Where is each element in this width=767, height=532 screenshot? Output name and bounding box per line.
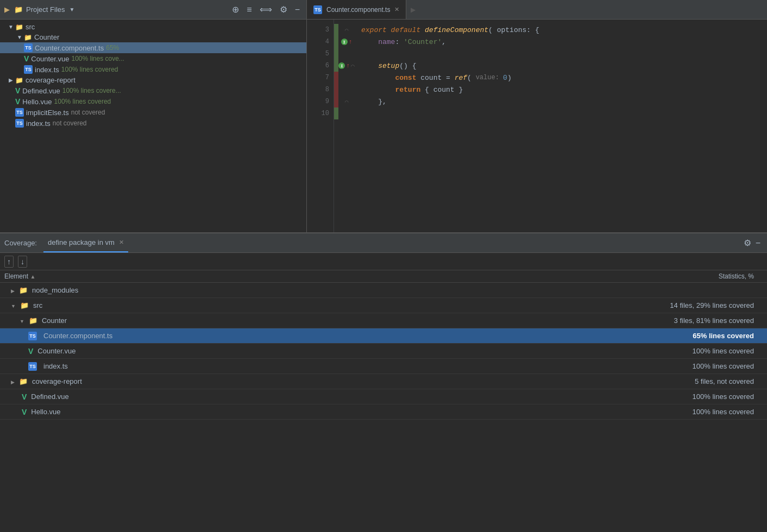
add-button[interactable]: ⊕ [230, 4, 241, 15]
editor-tab-counter[interactable]: TS Counter.component.ts ✕ [307, 0, 406, 19]
cov-row-counter-ts[interactable]: TS Counter.component.ts 65% lines covere… [0, 328, 767, 344]
tree-item-label: index.ts [35, 66, 59, 74]
coverage-badge: 65% [106, 44, 119, 52]
keyword-export: export [361, 26, 391, 34]
line-num-3: 3 [307, 24, 334, 36]
coverage-tab-label: define package in vm [48, 238, 115, 246]
folder-icon: ▶ [4, 5, 10, 14]
editor-tab-label: Counter.component.ts [326, 6, 390, 14]
str-counter: 'Counter' [404, 38, 442, 46]
vue-file-icon: V [15, 97, 20, 106]
bp-line-8 [338, 84, 355, 96]
row-label-defined: Defined.vue [31, 392, 68, 401]
breakpoint-gutter[interactable]: ⌒ I ↑ I ↑ ⌒ [338, 20, 355, 232]
line-num-4: 4 [307, 36, 334, 48]
folder-icon-node-modules: 📁 [19, 286, 28, 294]
stats-counter-ts: 65% lines covered [600, 332, 763, 340]
arrow-up-4: ↑ [349, 39, 353, 45]
coverage-table: Element ▲ Statistics, % 📁 node_modules 📁… [0, 270, 767, 532]
coverage-badge: not covered [53, 119, 87, 127]
cov-row-node-modules[interactable]: 📁 node_modules [0, 283, 767, 298]
file-tree-toolbar: ▶ 📁 Project Files ▼ ⊕ ≡ ⟺ ⚙ − [0, 0, 306, 20]
breakpoint-icon-6: I [338, 62, 345, 69]
bp-line-9: ⌒ [338, 96, 355, 107]
tree-item-hello-vue[interactable]: V Hello.vue 100% lines covered [0, 96, 306, 107]
coverage-toolbar: ↑ ↓ [0, 253, 767, 270]
line-num-7: 7 [307, 72, 334, 84]
tree-item-defined-vue[interactable]: V Defined.vue 100% lines covere... [0, 85, 306, 96]
fn-setup: setup [378, 62, 399, 70]
chevron-down-icon: ▼ [15, 34, 24, 40]
bp-line-3: ⌒ [338, 24, 355, 36]
expand-button[interactable]: ⟺ [257, 4, 274, 15]
chevron-right-icon [11, 377, 15, 385]
settings-button[interactable]: ⚙ [278, 4, 290, 15]
coverage-settings-button[interactable]: ⚙ [741, 238, 753, 249]
keyword-const: const [395, 74, 420, 82]
cov-line-10 [334, 107, 338, 119]
scroll-down-button[interactable]: ↓ [18, 256, 27, 268]
bp-line-4[interactable]: I ↑ [338, 36, 355, 48]
tree-item-coverage-report[interactable]: ▶ 📁 coverage-report [0, 75, 306, 85]
code-line-3: export default defineComponent ( options… [355, 24, 767, 36]
tree-item-counter-dir[interactable]: ▼ 📁 Counter [0, 32, 306, 42]
col-stats-header: Statistics, % [600, 273, 763, 280]
cov-line-3 [334, 24, 338, 36]
vue-file-icon: V [15, 86, 20, 95]
tree-item-index-ts[interactable]: TS index.ts 100% lines covered [0, 64, 306, 75]
stats-coverage-report: 5 files, not covered [600, 377, 763, 385]
row-label-src: src [33, 301, 42, 309]
paren-close-7: ) [507, 74, 512, 82]
cov-row-hello-vue[interactable]: V Hello.vue 100% lines covered [0, 404, 767, 420]
cov-row-coverage-report[interactable]: 📁 coverage-report 5 files, not covered [0, 374, 767, 389]
tree-item-label: Defined.vue [22, 87, 60, 95]
param-options: options [497, 26, 527, 34]
cov-row-defined-vue[interactable]: V Defined.vue 100% lines covered [0, 389, 767, 404]
tree-item-implicitelse[interactable]: TS implicitElse.ts not covered [0, 107, 306, 118]
keyword-return: return [395, 86, 425, 94]
fn-definecomponent: defineComponent [425, 26, 488, 34]
fn-ref: ref [455, 74, 467, 82]
coverage-tab[interactable]: define package in vm ✕ [43, 233, 128, 252]
indent-9 [361, 98, 378, 106]
cov-row-element-counter-dir: 📁 Counter [4, 316, 600, 325]
count-eq: count = [420, 74, 454, 82]
tree-item-label: Counter.vue [31, 55, 69, 63]
row-label-index-ts: index.ts [43, 362, 68, 370]
bp-line-6[interactable]: I ↑ ⌒ [338, 60, 355, 72]
coverage-minimize-button[interactable]: − [753, 238, 763, 249]
close-tab-button[interactable]: ✕ [394, 6, 399, 13]
coverage-gutter [334, 20, 338, 232]
cov-line-9 [334, 96, 338, 107]
tree-item-label: index.ts [26, 119, 51, 128]
scroll-up-button[interactable]: ↑ [4, 256, 14, 268]
tree-item-label: Hello.vue [22, 98, 52, 106]
arrow-up-6: ↑ [346, 62, 350, 69]
stats-src: 14 files, 29% lines covered [600, 301, 763, 309]
minimize-button[interactable]: − [293, 4, 302, 15]
tree-item-label: Counter [34, 33, 59, 41]
coverage-header: Coverage: define package in vm ✕ ⚙ − [0, 233, 767, 253]
tree-item-counter-ts[interactable]: TS Counter.component.ts 65% [0, 42, 306, 53]
cov-row-index-ts[interactable]: TS index.ts 100% lines covered [0, 359, 767, 374]
chevron-right-icon: ▶ [7, 77, 15, 83]
coverage-badge: 100% lines covere... [62, 87, 121, 94]
cov-row-counter-dir[interactable]: 📁 Counter 3 files, 81% lines covered [0, 313, 767, 328]
chevron-down-icon [20, 316, 24, 325]
collapse-button[interactable]: ≡ [244, 4, 254, 15]
chevron-down-icon [11, 301, 16, 309]
code-area[interactable]: export default defineComponent ( options… [355, 20, 767, 232]
code-line-8: return { count } [355, 84, 767, 96]
vue-icon-hello: V [22, 408, 27, 416]
close-coverage-tab-button[interactable]: ✕ [119, 239, 124, 246]
comma-4: , [442, 38, 446, 46]
tree-item-label: implicitElse.ts [26, 109, 69, 117]
tree-item-src[interactable]: ▼ 📁 src [0, 22, 306, 32]
cov-row-counter-vue[interactable]: V Counter.vue 100% lines covered [0, 344, 767, 359]
return-val: { count } [425, 86, 463, 94]
tree-item-counter-vue[interactable]: V Counter.vue 100% lines cove... [0, 53, 306, 64]
cov-row-src[interactable]: 📁 src 14 files, 29% lines covered [0, 298, 767, 313]
tree-item-index-ts-root[interactable]: TS index.ts not covered [0, 118, 306, 129]
coverage-label: Coverage: [4, 239, 37, 247]
cov-row-element-hello-vue: V Hello.vue [4, 408, 600, 416]
